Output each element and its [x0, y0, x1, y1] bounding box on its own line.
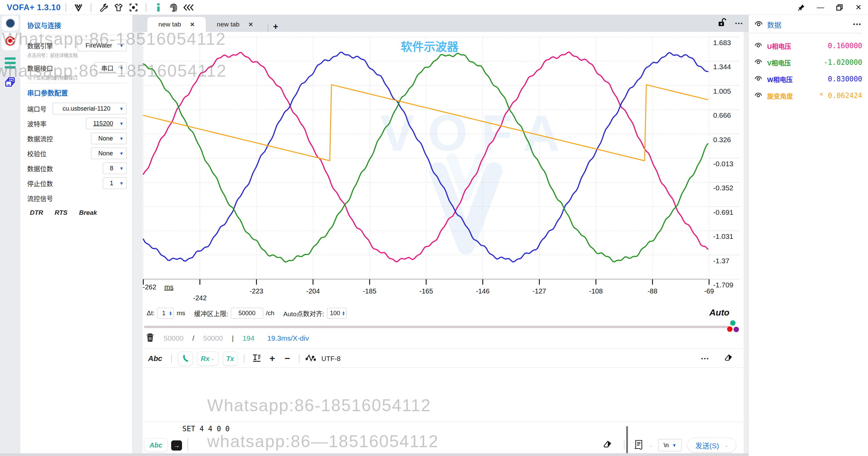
rx-label: Rx [201, 355, 210, 363]
parity-select[interactable]: None ▼ [91, 148, 127, 159]
fingerprint-icon[interactable] [168, 2, 179, 13]
data-row-u[interactable]: U相电压 0.160000 [749, 39, 868, 53]
data-interface-label: 数据接口 [27, 63, 53, 73]
tx-filter-button[interactable]: Tx [223, 352, 238, 366]
text-mode-button[interactable]: Abc [148, 354, 162, 363]
screenshot-icon[interactable] [128, 2, 139, 13]
send-text-mode-button[interactable]: Abc [144, 438, 168, 452]
unlock-icon[interactable] [718, 18, 727, 29]
divider [91, 3, 91, 12]
data-panel-menu-icon[interactable]: ••• [853, 21, 862, 28]
toolbar-right-icons: ⋮ [700, 350, 735, 367]
chart-controls-row: Δt: 1 ▲▼ ms 缓冲区上限: 50000 /ch Auto点数对齐: 1… [143, 305, 744, 321]
newline-select[interactable]: \n ▼ [658, 439, 682, 451]
chevron-down-icon[interactable]: ⌄ [649, 443, 653, 448]
send-input-text[interactable]: SET 4 4 0 0 [182, 425, 230, 433]
pin-window-icon[interactable] [792, 0, 811, 15]
svg-text:-108: -108 [589, 287, 603, 295]
settings-wrench-icon[interactable] [98, 2, 109, 13]
rx-filter-button[interactable]: Rx ⌄ [197, 352, 219, 366]
waveform-icon[interactable] [306, 354, 316, 364]
minimize-button[interactable]: — [811, 0, 830, 15]
eye-icon[interactable] [754, 58, 762, 66]
data-engine-select[interactable]: FireWater ▼ [77, 40, 127, 51]
eraser-icon[interactable] [725, 354, 735, 364]
tab-1[interactable]: new tab ✕ [147, 17, 206, 32]
tab-menu-kebab-icon[interactable]: ⋮ [734, 19, 744, 28]
scope-dot-purple[interactable] [734, 327, 739, 332]
dtr-toggle[interactable]: DTR [30, 209, 43, 216]
eye-icon[interactable] [754, 75, 762, 83]
history-list-icon[interactable] [634, 439, 644, 451]
data-interface-select[interactable]: 串口 ▼ [94, 62, 127, 74]
spin-arrows-icon[interactable]: ▲▼ [342, 311, 345, 316]
buffer-input[interactable]: 50000 [231, 308, 263, 319]
record-icon[interactable] [5, 35, 16, 48]
trash-icon[interactable] [146, 333, 154, 344]
eye-icon[interactable] [754, 92, 762, 100]
rts-toggle[interactable]: RTS [55, 209, 68, 216]
vofa-logo-icon[interactable] [73, 2, 84, 13]
close-tab-icon[interactable]: ✕ [248, 21, 253, 28]
dt-spinbox[interactable]: 1 ▲▼ [157, 308, 174, 319]
databits-select[interactable]: 8 ▼ [103, 163, 127, 174]
chart-plot[interactable]: VOFA1.6831.3441.0050.6660.326-0.013-0.35… [143, 32, 744, 303]
stopbits-select[interactable]: 1 ▼ [103, 177, 127, 189]
send-to-icon[interactable]: → [171, 440, 182, 451]
encoding-label[interactable]: UTF-8 [321, 355, 341, 363]
zoom-out-icon[interactable]: − [285, 353, 290, 364]
flowctrl-select[interactable]: None ▼ [91, 133, 127, 144]
vofa-window: VOFA+ 1.3.10 — [0, 0, 868, 456]
close-tab-icon[interactable]: ✕ [190, 21, 195, 28]
restore-button[interactable] [830, 0, 849, 15]
data-row-v[interactable]: V相电压 -1.020000 [749, 56, 868, 69]
eye-icon[interactable] [754, 42, 762, 50]
stopbits-row: 停止位数 1 ▼ [27, 176, 127, 191]
add-tab-button[interactable]: + [273, 21, 278, 32]
chevron-down-icon: ▼ [119, 151, 124, 156]
data-engine-value: FireWater [80, 42, 117, 49]
theme-tshirt-icon[interactable] [113, 2, 124, 13]
layers-copy-icon[interactable] [2, 75, 19, 90]
close-button[interactable]: ✕ [849, 0, 868, 15]
databits-label: 数据位数 [27, 164, 53, 173]
svg-text:-69: -69 [704, 287, 714, 295]
scope-dot-red[interactable] [727, 326, 733, 332]
serial-config-heading: 串口参数配置 [27, 86, 127, 101]
svg-text:1.344: 1.344 [713, 63, 731, 71]
chevron-down-icon: ▼ [119, 65, 124, 71]
message-menu-kebab-icon[interactable]: ⋮ [700, 355, 710, 363]
data-value: 0.160000 [791, 42, 862, 50]
auto-align-spinbox[interactable]: 100 ▲▼ [327, 308, 347, 319]
collapse-sidebar-icon[interactable] [183, 2, 194, 13]
text-format-icon[interactable] [252, 353, 261, 364]
data-row-w[interactable]: W相电压 0.830000 [749, 72, 868, 86]
data-interface-row: 数据接口 串口 ▼ [27, 60, 127, 75]
flowctrl-row: 数据流控 None ▼ [27, 131, 127, 146]
zoom-in-icon[interactable]: + [270, 353, 275, 364]
serial-phone-button[interactable] [178, 352, 193, 366]
eye-icon[interactable] [754, 20, 763, 29]
buffer-progress-bar[interactable] [144, 326, 730, 328]
tab-2[interactable]: new tab ✕ [206, 17, 264, 32]
info-icon[interactable] [153, 2, 164, 13]
channels-menu-icon[interactable] [2, 55, 19, 71]
baudrate-select[interactable]: 115200 ▼ [86, 118, 127, 129]
spin-arrows-icon[interactable]: ▲▼ [169, 311, 172, 316]
data-row-angle[interactable]: 旋变角度 * 0.062424 [749, 89, 868, 102]
connection-panel: 协议与连接 数据引擎 ? FireWater ▼ 点击问号：前往详细文档 数据接… [20, 15, 132, 456]
panel-heading: 协议与连接 [27, 18, 127, 34]
scope-dot-teal[interactable] [730, 320, 736, 326]
break-toggle[interactable]: Break [79, 209, 97, 216]
data-panel-title: 数据 [767, 19, 853, 30]
tab-bar: new tab ✕ new tab ✕ + ⋮ [133, 15, 748, 32]
connect-circle-button[interactable] [6, 19, 15, 28]
left-icon-rail [0, 15, 20, 456]
auto-scale-label[interactable]: Auto [709, 307, 729, 318]
tab-1-label: new tab [159, 21, 181, 28]
divider [171, 354, 172, 363]
message-log-area[interactable] [143, 368, 744, 422]
clear-input-eraser-icon[interactable] [603, 440, 614, 451]
send-button[interactable]: 发送(S) ⌄ [687, 438, 736, 453]
port-select[interactable]: cu.usbserial-1120 ▼ [53, 103, 127, 114]
